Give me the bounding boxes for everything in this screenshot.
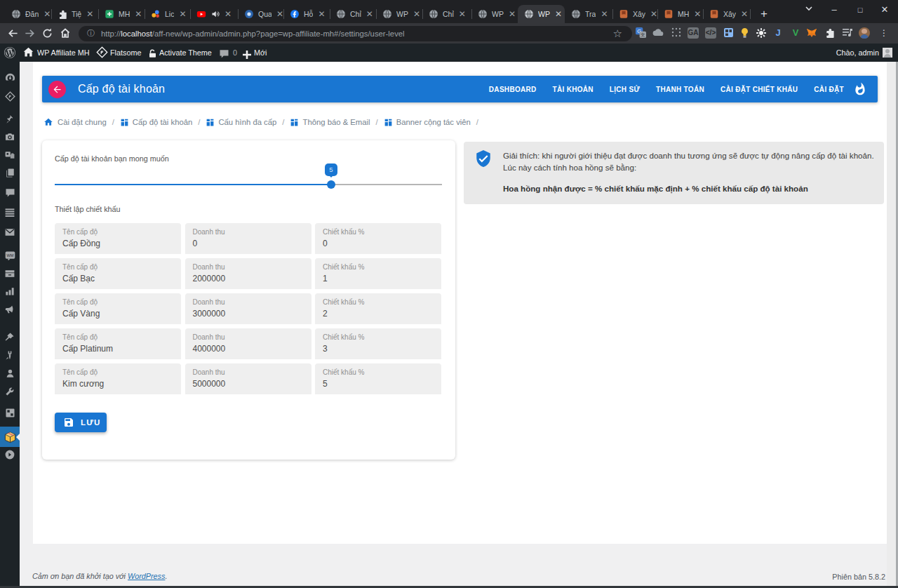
svg-text:WM: WM [6, 253, 13, 257]
svg-text:文: 文 [641, 32, 645, 37]
